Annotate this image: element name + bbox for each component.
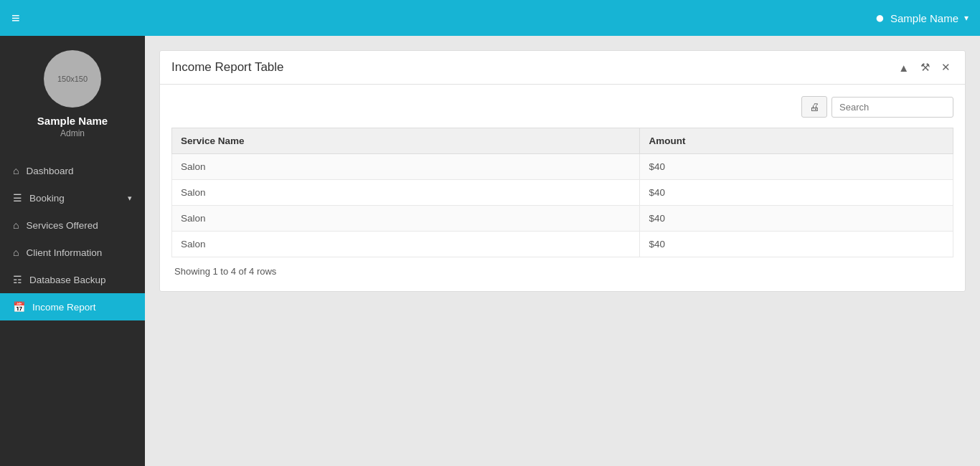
cell-service: Salon bbox=[172, 206, 640, 232]
sidebar-item-services-offered[interactable]: ⌂ Services Offered bbox=[0, 211, 145, 239]
cell-amount: $40 bbox=[640, 232, 953, 257]
booking-icon: ☰ bbox=[13, 192, 22, 204]
username-label: Sample Name bbox=[890, 12, 958, 24]
income-report-card: Income Report Table ▲ ⚒ ✕ 🖨 Service Name bbox=[159, 50, 966, 292]
main-layout: 150x150 Sample Name Admin ⌂ Dashboard ☰ … bbox=[0, 36, 980, 466]
data-table: Service Name Amount Salon$40Salon$40Salo… bbox=[171, 128, 953, 257]
col-service-name: Service Name bbox=[172, 128, 640, 154]
table-row: Salon$40 bbox=[172, 232, 953, 257]
card-header-actions: ▲ ⚒ ✕ bbox=[895, 60, 953, 75]
sidebar-item-client-information[interactable]: ⌂ Client Information bbox=[0, 239, 145, 266]
sidebar-item-label: Database Backup bbox=[29, 275, 106, 285]
sidebar-nav: ⌂ Dashboard ☰ Booking ▾ ⌂ Services Offer… bbox=[0, 157, 145, 320]
sidebar-item-label: Booking bbox=[29, 193, 65, 204]
print-button[interactable]: 🖨 bbox=[801, 96, 827, 118]
table-row: Salon$40 bbox=[172, 180, 953, 206]
table-header: Service Name Amount bbox=[172, 128, 953, 154]
topbar-left: ≡ bbox=[11, 10, 20, 27]
user-icon: ● bbox=[875, 9, 885, 27]
cell-service: Salon bbox=[172, 180, 640, 206]
cell-service: Salon bbox=[172, 154, 640, 180]
services-icon: ⌂ bbox=[13, 219, 19, 231]
sidebar-item-database-backup[interactable]: ☶ Database Backup bbox=[0, 266, 145, 293]
table-row: Salon$40 bbox=[172, 154, 953, 180]
card-header: Income Report Table ▲ ⚒ ✕ bbox=[160, 51, 965, 85]
close-button[interactable]: ✕ bbox=[938, 60, 953, 75]
sidebar-item-label: Services Offered bbox=[26, 220, 98, 231]
table-body: Salon$40Salon$40Salon$40Salon$40 bbox=[172, 154, 953, 257]
income-icon: 📅 bbox=[13, 301, 25, 313]
sidebar-profile: 150x150 Sample Name Admin bbox=[0, 36, 145, 150]
database-icon: ☶ bbox=[13, 274, 22, 285]
topbar: ≡ ● Sample Name ▾ bbox=[0, 0, 980, 36]
sidebar-item-booking[interactable]: ☰ Booking ▾ bbox=[0, 184, 145, 211]
hamburger-icon[interactable]: ≡ bbox=[11, 10, 20, 27]
sidebar-item-income-report[interactable]: 📅 Income Report bbox=[0, 293, 145, 320]
table-row: Salon$40 bbox=[172, 206, 953, 232]
table-footer: Showing 1 to 4 of 4 rows bbox=[171, 257, 953, 280]
settings-button[interactable]: ⚒ bbox=[918, 60, 933, 75]
user-menu-caret: ▾ bbox=[964, 13, 969, 23]
avatar: 150x150 bbox=[44, 50, 101, 108]
sidebar: 150x150 Sample Name Admin ⌂ Dashboard ☰ … bbox=[0, 36, 145, 466]
cell-amount: $40 bbox=[640, 206, 953, 232]
search-input[interactable] bbox=[831, 97, 953, 118]
sidebar-item-label: Dashboard bbox=[26, 166, 73, 176]
content-area: Income Report Table ▲ ⚒ ✕ 🖨 Service Name bbox=[145, 36, 980, 466]
home-icon: ⌂ bbox=[13, 165, 19, 176]
table-toolbar: 🖨 bbox=[171, 96, 953, 118]
sidebar-role: Admin bbox=[60, 128, 85, 138]
sidebar-username: Sample Name bbox=[37, 115, 108, 127]
sidebar-item-label: Income Report bbox=[32, 302, 96, 313]
card-title: Income Report Table bbox=[171, 60, 284, 75]
client-icon: ⌂ bbox=[13, 247, 19, 258]
col-amount: Amount bbox=[640, 128, 953, 154]
cell-amount: $40 bbox=[640, 180, 953, 206]
cell-service: Salon bbox=[172, 232, 640, 257]
collapse-button[interactable]: ▲ bbox=[895, 60, 912, 75]
sidebar-item-dashboard[interactable]: ⌂ Dashboard bbox=[0, 157, 145, 184]
user-menu[interactable]: ● Sample Name ▾ bbox=[875, 9, 969, 27]
cell-amount: $40 bbox=[640, 154, 953, 180]
card-body: 🖨 Service Name Amount Salon$40Salon$40Sa… bbox=[160, 85, 965, 291]
sidebar-item-label: Client Information bbox=[26, 247, 102, 258]
chevron-down-icon: ▾ bbox=[128, 194, 132, 203]
